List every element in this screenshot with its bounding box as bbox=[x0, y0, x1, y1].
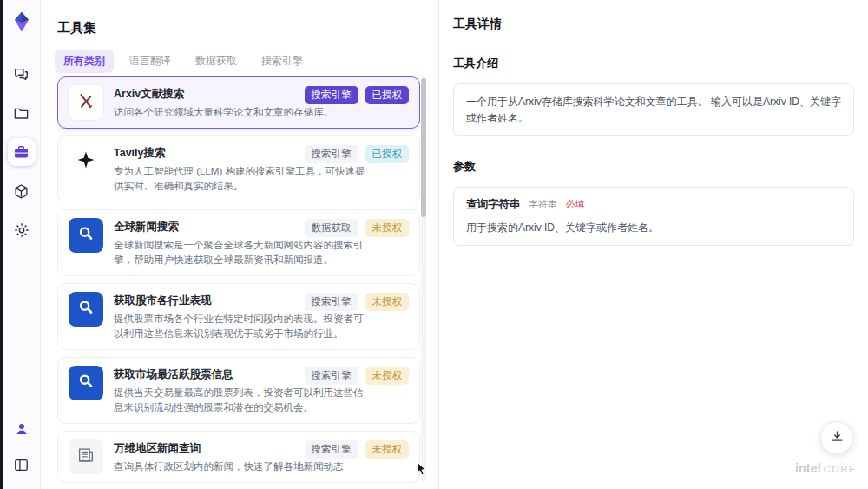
category-tab[interactable]: 数据获取 bbox=[187, 50, 246, 73]
user-icon bbox=[14, 421, 30, 437]
param-type: 字符串 bbox=[529, 199, 557, 209]
tool-card[interactable]: 全球新闻搜索 全球新闻搜索是一个聚合全球各大新闻网站内容的搜索引擎，帮助用户快速… bbox=[57, 209, 420, 276]
category-tab[interactable]: 语言翻译 bbox=[121, 50, 180, 73]
param-description: 用于搜索的Arxiv ID、关键字或作者姓名。 bbox=[466, 220, 841, 236]
sidebar-item-collapse[interactable] bbox=[8, 451, 36, 479]
sidebar-item-toolbox[interactable] bbox=[8, 138, 36, 166]
chat-icon bbox=[13, 66, 30, 83]
param-header: 查询字符串 字符串 必填 bbox=[466, 197, 841, 212]
tool-card[interactable]: 万维地区新闻查询 查询具体行政区划内的新闻，快速了解各地新闻动态 搜索引擎 未授… bbox=[57, 431, 420, 483]
news-search-icon bbox=[76, 224, 95, 247]
category-badge: 搜索引擎 bbox=[305, 86, 358, 104]
tool-badges: 搜索引擎 未授权 bbox=[305, 293, 410, 311]
intel-core-logo: intelCORE bbox=[795, 460, 857, 476]
intro-section-title: 工具介绍 bbox=[453, 56, 854, 71]
folder-icon bbox=[13, 105, 30, 122]
arxiv-logo-icon bbox=[76, 91, 95, 114]
tool-description: 提供当天交易量最高的股票列表，投资者可以利用这些信息来识别流动性强的股票和潜在的… bbox=[114, 386, 367, 415]
tool-icon-tile bbox=[69, 144, 103, 179]
tool-description: 访问各个研究领域大量科学论文和文章的存储库。 bbox=[114, 105, 367, 120]
news-search-icon bbox=[76, 372, 95, 394]
tool-icon-tile bbox=[69, 292, 103, 327]
param-required-flag: 必填 bbox=[565, 199, 584, 209]
tool-card[interactable]: Arxiv文献搜索 访问各个研究领域大量科学论文和文章的存储库。 搜索引擎 已授… bbox=[57, 76, 420, 129]
tool-badges: 搜索引擎 已授权 bbox=[305, 86, 410, 104]
panel-toggle-icon bbox=[13, 457, 30, 473]
category-tabs: 所有类别 语言翻译 数据获取 搜索引擎 bbox=[55, 50, 312, 73]
gear-icon bbox=[13, 221, 30, 239]
sidebar-item-chat[interactable] bbox=[8, 60, 36, 88]
auth-status-badge: 未授权 bbox=[365, 367, 410, 385]
sidebar-item-files[interactable] bbox=[8, 99, 36, 127]
app-window: 工具集 所有类别 语言翻译 数据获取 搜索引擎 bbox=[0, 0, 868, 489]
category-tab[interactable]: 所有类别 bbox=[55, 50, 114, 73]
tool-icon-tile bbox=[69, 439, 103, 474]
category-tab[interactable]: 搜索引擎 bbox=[253, 50, 312, 73]
tool-icon-tile bbox=[69, 218, 103, 253]
category-badge: 搜索引擎 bbox=[305, 293, 358, 311]
tool-detail-panel: 工具详情 工具介绍 一个用于从Arxiv存储库搜索科学论文和文章的工具。 输入可… bbox=[438, 0, 868, 489]
scrollbar-thumb[interactable] bbox=[421, 78, 426, 217]
scrollbar-track[interactable] bbox=[421, 76, 426, 482]
toolbox-icon bbox=[13, 144, 30, 161]
detail-title: 工具详情 bbox=[453, 17, 854, 32]
param-item: 查询字符串 字符串 必填 用于搜索的Arxiv ID、关键字或作者姓名。 bbox=[466, 197, 841, 235]
sidebar-item-account[interactable] bbox=[8, 415, 36, 443]
sidebar bbox=[3, 0, 41, 489]
params-section-title: 参数 bbox=[453, 159, 854, 175]
download-icon bbox=[830, 429, 845, 446]
tool-badges: 搜索引擎 已授权 bbox=[305, 145, 410, 163]
sidebar-bottom bbox=[8, 415, 36, 479]
tool-card[interactable]: 获取市场最活跃股票信息 提供当天交易量最高的股票列表，投资者可以利用这些信息来识… bbox=[57, 357, 420, 424]
brand-intel: intel bbox=[795, 461, 821, 475]
sidebar-item-plugins[interactable] bbox=[8, 177, 36, 205]
tavily-star-icon bbox=[76, 149, 96, 174]
brand-core: CORE bbox=[824, 464, 857, 474]
tool-description: 全球新闻搜索是一个聚合全球各大新闻网站内容的搜索引擎，帮助用户快速获取全球最新资… bbox=[114, 238, 367, 268]
tools-panel: 工具集 所有类别 语言翻译 数据获取 搜索引擎 bbox=[41, 0, 438, 489]
app-logo-icon bbox=[10, 10, 34, 34]
tool-description: 专为人工智能代理 (LLM) 构建的搜索引擎工具，可快速提供实时、准确和真实的结… bbox=[114, 164, 367, 194]
category-badge: 搜索引擎 bbox=[305, 145, 358, 163]
category-badge: 搜索引擎 bbox=[305, 367, 358, 385]
params-box: 查询字符串 字符串 必填 用于搜索的Arxiv ID、关键字或作者姓名。 bbox=[453, 187, 854, 246]
auth-status-badge: 已授权 bbox=[365, 86, 410, 104]
sidebar-item-settings[interactable] bbox=[8, 216, 36, 244]
tool-badges: 搜索引擎 未授权 bbox=[305, 367, 410, 385]
window-edge bbox=[0, 0, 3, 489]
tool-icon-tile bbox=[69, 366, 103, 400]
download-button[interactable] bbox=[820, 421, 853, 454]
auth-status-badge: 已授权 bbox=[365, 145, 410, 163]
news-search-icon bbox=[76, 298, 95, 320]
tool-intro-box: 一个用于从Arxiv存储库搜索科学论文和文章的工具。 输入可以是Arxiv ID… bbox=[453, 83, 854, 136]
tool-description: 提供股票市场各个行业在特定时间段内的表现。投资者可以利用这些信息来识别表现优于或… bbox=[114, 312, 367, 341]
param-name: 查询字符串 bbox=[466, 198, 521, 210]
tool-description: 查询具体行政区划内的新闻，快速了解各地新闻动态 bbox=[114, 459, 367, 474]
sidebar-nav bbox=[8, 60, 36, 244]
auth-status-badge: 未授权 bbox=[365, 219, 410, 237]
tool-card[interactable]: Tavily搜索 专为人工智能代理 (LLM) 构建的搜索引擎工具，可快速提供实… bbox=[57, 135, 420, 202]
tool-list: Arxiv文献搜索 访问各个研究领域大量科学论文和文章的存储库。 搜索引擎 已授… bbox=[57, 76, 420, 489]
category-badge: 搜索引擎 bbox=[305, 440, 358, 459]
auth-status-badge: 未授权 bbox=[365, 293, 410, 311]
cube-icon bbox=[13, 183, 30, 200]
category-badge: 数据获取 bbox=[305, 219, 358, 237]
tool-badges: 数据获取 未授权 bbox=[305, 219, 410, 237]
tool-badges: 搜索引擎 未授权 bbox=[305, 440, 410, 459]
newspaper-icon bbox=[76, 446, 95, 468]
tool-icon-tile bbox=[69, 85, 103, 120]
page-title: 工具集 bbox=[57, 20, 96, 36]
tool-card[interactable]: 获取股市各行业表现 提供股票市场各个行业在特定时间段内的表现。投资者可以利用这些… bbox=[57, 283, 420, 350]
auth-status-badge: 未授权 bbox=[365, 440, 410, 459]
